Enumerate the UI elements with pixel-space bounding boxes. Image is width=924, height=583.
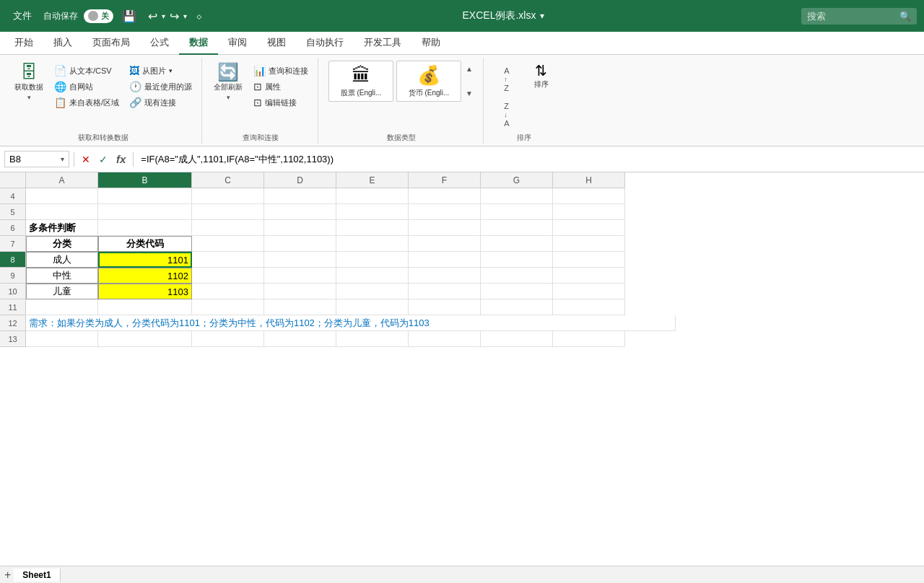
cell-G8[interactable] bbox=[481, 252, 553, 268]
scroll-down-arrow[interactable]: ▼ bbox=[464, 88, 474, 99]
cell-G7[interactable] bbox=[481, 236, 553, 252]
cell-E11[interactable] bbox=[336, 299, 409, 315]
cell-G10[interactable] bbox=[481, 284, 553, 299]
cell-G9[interactable] bbox=[481, 268, 553, 284]
cell-C13[interactable] bbox=[192, 331, 264, 347]
cell-H10[interactable] bbox=[553, 284, 625, 299]
custom-toolbar-icon[interactable]: ⬦ bbox=[193, 6, 206, 25]
cell-C9[interactable] bbox=[192, 268, 264, 284]
recent-sources-button[interactable]: 🕐 最近使用的源 bbox=[126, 79, 196, 94]
cell-C8[interactable] bbox=[192, 252, 264, 268]
cell-A11[interactable] bbox=[26, 299, 98, 315]
undo-dropdown[interactable]: ▾ bbox=[162, 12, 165, 20]
sheet-tab-1[interactable]: Sheet1 bbox=[14, 569, 60, 582]
redo-button[interactable]: ↪ bbox=[167, 8, 182, 25]
cell-F7[interactable] bbox=[409, 236, 481, 252]
cell-D13[interactable] bbox=[264, 331, 336, 347]
stocks-card[interactable]: 🏛 股票 (Engli... bbox=[328, 61, 393, 102]
cell-G6[interactable] bbox=[481, 220, 553, 236]
cell-B10[interactable]: 1103 bbox=[98, 284, 192, 299]
cell-A7[interactable]: 分类 bbox=[26, 236, 98, 252]
tab-help[interactable]: 帮助 bbox=[411, 32, 450, 55]
cell-F6[interactable] bbox=[409, 220, 481, 236]
cell-H6[interactable] bbox=[553, 220, 625, 236]
refresh-dropdown[interactable]: ▾ bbox=[227, 94, 230, 101]
refresh-all-button[interactable]: 🔄 全部刷新 ▾ bbox=[209, 61, 247, 104]
cell-B9[interactable]: 1102 bbox=[98, 268, 192, 284]
cell-H9[interactable] bbox=[553, 268, 625, 284]
row-num-8[interactable]: 8 bbox=[0, 252, 26, 268]
cell-C11[interactable] bbox=[192, 299, 264, 315]
cell-C7[interactable] bbox=[192, 236, 264, 252]
row-num-12[interactable]: 12 bbox=[0, 315, 26, 331]
cell-A12[interactable]: 需求：如果分类为成人，分类代码为1101；分类为中性，代码为1102；分类为儿童… bbox=[26, 315, 676, 331]
cell-H8[interactable] bbox=[553, 252, 625, 268]
cell-B5[interactable] bbox=[98, 204, 192, 220]
tab-devtools[interactable]: 开发工具 bbox=[354, 32, 411, 55]
sort-za-button[interactable]: Z↓A bbox=[491, 99, 523, 131]
cell-E8[interactable] bbox=[336, 252, 409, 268]
properties-button[interactable]: ⊡ 属性 bbox=[250, 79, 312, 94]
cell-G5[interactable] bbox=[481, 204, 553, 220]
cell-C4[interactable] bbox=[192, 188, 264, 204]
cell-H4[interactable] bbox=[553, 188, 625, 204]
row-num-11[interactable]: 11 bbox=[0, 299, 26, 315]
tab-view[interactable]: 视图 bbox=[257, 32, 296, 55]
cell-E4[interactable] bbox=[336, 188, 409, 204]
cell-A4[interactable] bbox=[26, 188, 98, 204]
row-num-10[interactable]: 10 bbox=[0, 284, 26, 299]
cell-G13[interactable] bbox=[481, 331, 553, 347]
cell-ref-dropdown[interactable]: ▾ bbox=[61, 155, 64, 163]
cell-A10[interactable]: 儿童 bbox=[26, 284, 98, 299]
from-text-csv-button[interactable]: 📄 从文本/CSV bbox=[51, 63, 123, 78]
cell-B7[interactable]: 分类代码 bbox=[98, 236, 192, 252]
cell-E9[interactable] bbox=[336, 268, 409, 284]
cell-F9[interactable] bbox=[409, 268, 481, 284]
sort-az-button[interactable]: A↑Z bbox=[491, 63, 523, 96]
cell-E7[interactable] bbox=[336, 236, 409, 252]
col-header-A[interactable]: A bbox=[26, 172, 98, 188]
tab-pagelayout[interactable]: 页面布局 bbox=[82, 32, 140, 55]
from-web-button[interactable]: 🌐 自网站 bbox=[51, 79, 123, 94]
cell-C5[interactable] bbox=[192, 204, 264, 220]
tab-formula[interactable]: 公式 bbox=[140, 32, 179, 55]
undo-button[interactable]: ↩ bbox=[145, 8, 160, 25]
col-header-E[interactable]: E bbox=[336, 172, 409, 188]
col-header-F[interactable]: F bbox=[409, 172, 481, 188]
cell-D5[interactable] bbox=[264, 204, 336, 220]
picture-dropdown[interactable]: ▾ bbox=[169, 67, 173, 74]
cell-D10[interactable] bbox=[264, 284, 336, 299]
formula-input[interactable] bbox=[138, 152, 920, 166]
tab-data[interactable]: 数据 bbox=[179, 32, 218, 55]
fx-icon[interactable]: fx bbox=[113, 152, 128, 167]
cell-E6[interactable] bbox=[336, 220, 409, 236]
col-header-C[interactable]: C bbox=[192, 172, 264, 188]
cell-G4[interactable] bbox=[481, 188, 553, 204]
cell-F11[interactable] bbox=[409, 299, 481, 315]
existing-connections-button[interactable]: 🔗 现有连接 bbox=[126, 95, 196, 110]
cell-B8[interactable]: 1101 bbox=[98, 252, 192, 268]
get-data-button[interactable]: 🗄 获取数据 ▾ bbox=[10, 61, 48, 104]
cell-B4[interactable] bbox=[98, 188, 192, 204]
file-menu-button[interactable]: 文件 bbox=[7, 6, 38, 25]
confirm-formula-icon[interactable]: ✓ bbox=[96, 152, 110, 167]
get-data-dropdown[interactable]: ▾ bbox=[27, 94, 31, 101]
col-header-B[interactable]: B bbox=[98, 172, 192, 188]
row-num-9[interactable]: 9 bbox=[0, 268, 26, 284]
cell-B13[interactable] bbox=[98, 331, 192, 347]
col-header-D[interactable]: D bbox=[264, 172, 336, 188]
edit-links-button[interactable]: ⊡ 编辑链接 bbox=[250, 95, 312, 110]
cell-H11[interactable] bbox=[553, 299, 625, 315]
cell-D8[interactable] bbox=[264, 252, 336, 268]
row-num-7[interactable]: 7 bbox=[0, 236, 26, 252]
tab-autorun[interactable]: 自动执行 bbox=[296, 32, 354, 55]
cell-G11[interactable] bbox=[481, 299, 553, 315]
cell-A6[interactable]: 多条件判断 bbox=[26, 220, 98, 236]
cell-F10[interactable] bbox=[409, 284, 481, 299]
from-picture-button[interactable]: 🖼 从图片 ▾ bbox=[126, 63, 196, 78]
filename-dropdown[interactable]: ▾ bbox=[540, 11, 544, 21]
cell-B11[interactable] bbox=[98, 299, 192, 315]
cell-A13[interactable] bbox=[26, 331, 98, 347]
save-icon[interactable]: 💾 bbox=[119, 6, 139, 26]
cell-C10[interactable] bbox=[192, 284, 264, 299]
